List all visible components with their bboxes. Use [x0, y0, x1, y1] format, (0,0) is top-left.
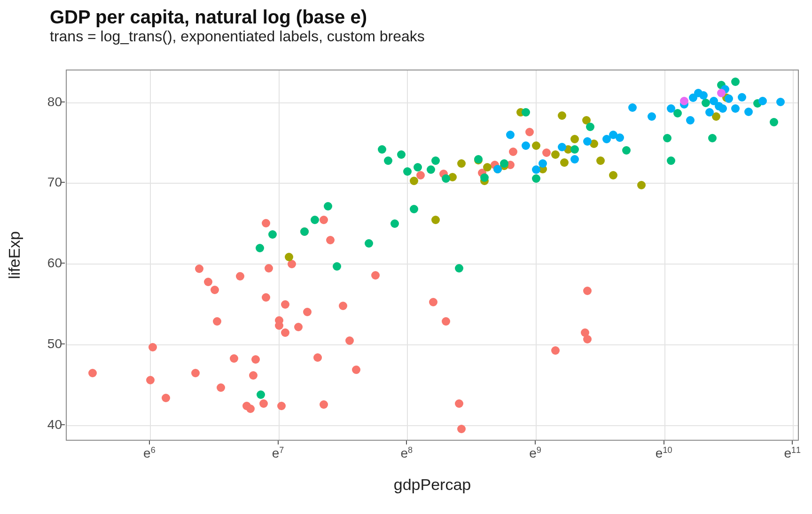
data-point: [680, 97, 688, 105]
data-point: [281, 328, 289, 337]
x-tick-mark: [664, 441, 664, 444]
y-tick-mark: [61, 101, 65, 102]
data-point: [708, 134, 717, 142]
x-tick-label: e10: [656, 445, 672, 461]
data-point: [532, 165, 540, 174]
data-point: [410, 177, 418, 185]
y-axis-title: lifeExp: [5, 231, 23, 279]
data-point: [313, 353, 322, 362]
chart-title: GDP per capita, natural log (base e): [50, 7, 425, 28]
data-point: [251, 355, 260, 364]
data-point: [457, 159, 466, 168]
data-point: [256, 244, 264, 252]
y-tick-mark: [61, 343, 65, 344]
y-tick-label: 60: [47, 256, 62, 271]
data-point: [371, 271, 380, 280]
data-point: [300, 227, 309, 236]
x-tick-label: e9: [529, 445, 541, 461]
data-point: [397, 150, 406, 159]
data-point: [570, 145, 579, 154]
data-point: [493, 165, 502, 173]
data-point: [560, 158, 569, 167]
y-tick-label: 50: [47, 336, 62, 351]
data-point: [195, 265, 203, 273]
data-point: [429, 298, 437, 306]
x-tick-label: e8: [400, 445, 413, 461]
data-point: [281, 300, 289, 309]
data-point: [532, 141, 540, 150]
data-point: [249, 371, 258, 380]
data-point: [542, 148, 551, 157]
data-point: [532, 174, 540, 183]
grid-line-horizontal: [67, 425, 798, 426]
plot-panel: [66, 70, 799, 441]
x-tick-label: e7: [272, 445, 284, 461]
data-point: [213, 317, 221, 326]
data-point: [88, 369, 97, 377]
data-point: [324, 202, 332, 210]
data-point: [265, 264, 273, 273]
data-point: [718, 104, 727, 113]
data-point: [378, 145, 386, 154]
data-point: [686, 116, 695, 125]
data-point: [480, 173, 489, 182]
data-point: [738, 93, 746, 101]
data-point: [667, 104, 675, 113]
grid-line-vertical: [536, 70, 537, 440]
y-tick-mark: [61, 263, 65, 264]
data-point: [731, 78, 740, 86]
data-point: [509, 148, 517, 156]
data-point: [539, 159, 547, 168]
data-point: [558, 111, 566, 120]
x-tick-mark: [792, 441, 793, 444]
data-point: [483, 163, 492, 171]
data-point: [277, 402, 286, 410]
data-point: [311, 216, 319, 224]
data-point: [268, 230, 277, 239]
data-point: [442, 317, 450, 326]
data-point: [146, 376, 155, 384]
data-point: [609, 171, 617, 179]
data-point: [551, 150, 560, 159]
data-point: [731, 104, 740, 113]
data-point: [427, 165, 435, 174]
data-point: [236, 272, 244, 280]
data-point: [663, 134, 671, 142]
data-point: [262, 219, 270, 227]
data-point: [275, 321, 283, 330]
data-point: [506, 131, 515, 139]
y-tick-label: 80: [47, 94, 62, 109]
data-point: [474, 155, 483, 164]
data-point: [333, 262, 341, 271]
x-tick-mark: [149, 441, 150, 444]
data-point: [442, 174, 450, 183]
data-point: [320, 216, 328, 224]
data-point: [257, 390, 265, 399]
data-point: [586, 123, 594, 131]
data-point: [262, 293, 270, 302]
data-point: [339, 302, 347, 310]
grid-line-horizontal: [67, 102, 798, 103]
data-point: [583, 287, 592, 295]
data-point: [204, 278, 212, 286]
x-tick-label: e11: [784, 445, 801, 461]
data-point: [259, 399, 268, 408]
grid-line-horizontal: [67, 344, 798, 345]
x-tick-mark: [535, 441, 536, 444]
data-point: [616, 133, 624, 142]
y-tick-label: 70: [47, 175, 62, 190]
data-point: [628, 103, 637, 112]
data-point: [776, 98, 785, 106]
data-point: [455, 264, 463, 273]
y-tick-mark: [61, 182, 65, 183]
data-point: [352, 366, 360, 374]
x-axis-title: gdpPercap: [394, 475, 471, 494]
data-point: [230, 354, 238, 363]
data-point: [699, 91, 708, 100]
data-point: [288, 260, 296, 268]
data-point: [365, 239, 373, 248]
chart-subtitle: trans = log_trans(), exponentiated label…: [50, 28, 425, 45]
y-tick-label: 40: [47, 417, 62, 432]
data-point: [403, 167, 412, 176]
x-tick-label: e6: [143, 445, 156, 461]
